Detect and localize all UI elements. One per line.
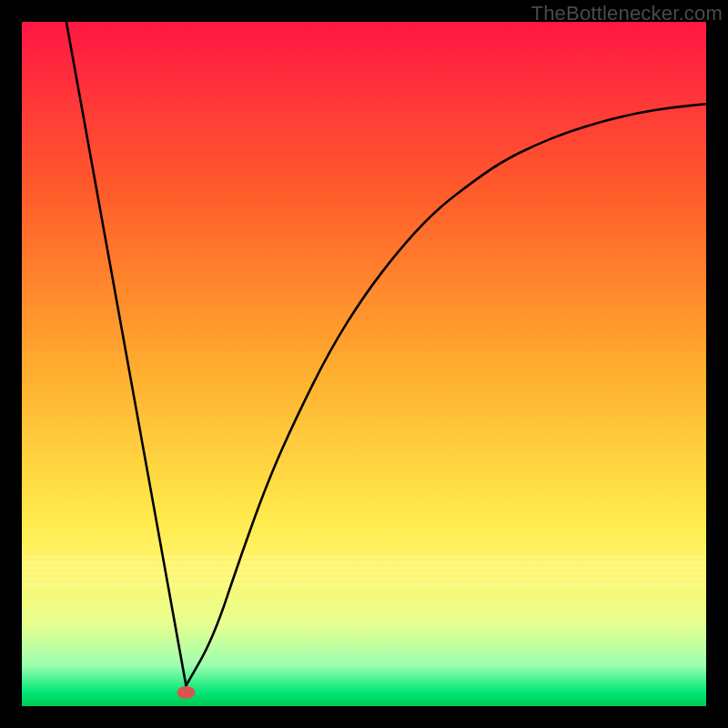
chart-frame: TheBottlenecker.com [0, 0, 728, 728]
svg-rect-1 [22, 561, 706, 564]
svg-rect-4 [22, 578, 706, 581]
svg-rect-0 [22, 556, 706, 559]
plot-area [22, 22, 706, 706]
svg-rect-5 [22, 583, 706, 586]
watermark-text: TheBottlenecker.com [531, 2, 723, 25]
chart-canvas [22, 22, 706, 706]
svg-rect-3 [22, 572, 706, 575]
minimum-marker [177, 686, 195, 699]
gradient-background [22, 22, 706, 706]
svg-rect-2 [22, 567, 706, 570]
